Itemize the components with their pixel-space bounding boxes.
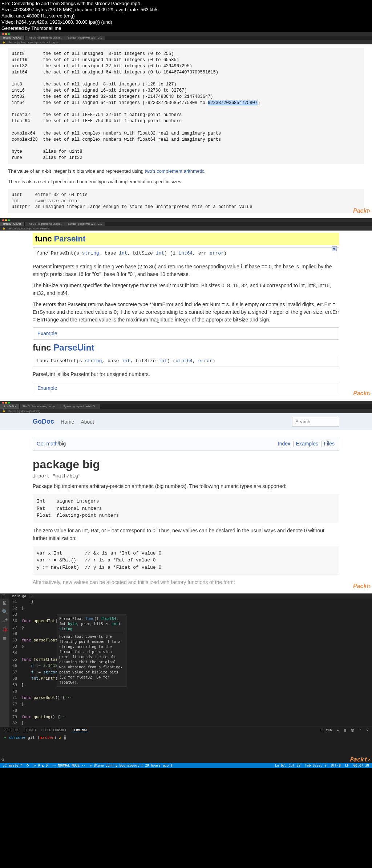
tab-close-icon[interactable]: × <box>31 594 32 598</box>
gear-icon[interactable]: ⚙ <box>1 757 4 762</box>
editor-tabs: ☰ main.go × <box>0 593 372 599</box>
problems-tab[interactable]: PROBLEMS <box>4 728 19 732</box>
url: Secure | godoc.org/math/big <box>8 410 40 412</box>
output-tab[interactable]: OUTPUT <box>24 728 36 732</box>
tab-2[interactable]: The Go Programming Langu... <box>25 36 65 40</box>
highlighted-value: 9223372036854775807 <box>208 100 258 105</box>
debug-icon[interactable]: 🐞 <box>2 626 8 632</box>
tab-2[interactable]: The Go Programming Langu... <box>25 222 65 226</box>
term-add-icon[interactable]: + <box>337 728 339 732</box>
big-zero-code: var x Int // &x is an *Int of value 0 va… <box>33 546 339 575</box>
files-icon[interactable]: 🗎 <box>2 600 8 606</box>
screenshot-1: strconv - GoDoc The Go Programming Langu… <box>0 32 372 218</box>
git-branch[interactable]: ⎇ master* <box>3 764 22 767</box>
address-bar[interactable]: 🔒Secure | golang.org/ref/spec#Numeric_ty… <box>0 40 372 44</box>
max-dot[interactable] <box>8 219 10 221</box>
twos-complement-link[interactable]: two's complement arithmetic <box>145 168 205 174</box>
parseuint-heading: func ParseUint <box>33 343 339 353</box>
min-dot[interactable] <box>5 33 7 35</box>
sync-icon[interactable]: ⟳ <box>27 764 29 767</box>
min-dot[interactable] <box>5 219 7 221</box>
vim-mode: -- NORMAL MODE -- <box>52 764 85 767</box>
parseint-signature: ⊕ func ParseInt(s string, base int, bitS… <box>33 247 339 259</box>
timestamp: 00:03:55 <box>353 397 371 401</box>
term-trash-icon[interactable]: 🗑 <box>351 728 354 732</box>
max-dot[interactable] <box>8 33 10 35</box>
nav-home[interactable]: Home <box>61 419 74 425</box>
hover-tooltip: FormatFloat func(f float64, fmt byte, pr… <box>57 615 126 687</box>
term-close-icon[interactable]: × <box>367 728 368 732</box>
debug-tab[interactable]: DEBUG CONSOLE <box>41 728 67 732</box>
tab-3[interactable]: Syntax - googlewiki Wiki - G... <box>65 222 105 226</box>
big-factory-desc: Alternatively, new values can be allocat… <box>33 579 339 586</box>
url: Secure | golang.org/ref/spec#Numeric_typ… <box>8 41 58 44</box>
problems-count[interactable]: ⊘ 0 ▲ 0 <box>34 764 48 767</box>
cursor-pos[interactable]: Ln 67, Col 32 <box>275 764 300 767</box>
browser-tabs: big - GoDoc The Go Programming Langu... … <box>0 404 372 409</box>
git-icon[interactable]: ⎇ <box>2 617 8 623</box>
parseuint-p1: ParseUint is like ParseInt but for unsig… <box>33 371 339 378</box>
window-controls <box>0 218 372 222</box>
big-zero-desc: The zero value for an Int, Rat, or Float… <box>33 527 339 542</box>
close-dot[interactable] <box>2 219 4 221</box>
examples-link[interactable]: Examples <box>296 441 318 447</box>
tab-2[interactable]: The Go Programming Langu... <box>20 404 60 409</box>
nav-about[interactable]: About <box>81 419 94 425</box>
address-bar[interactable]: 🔒Secure | godoc.org/math/big <box>0 409 372 413</box>
predeclared-types-code: uint either 32 or 64 bits int same size … <box>8 189 364 213</box>
search-input[interactable] <box>292 417 339 427</box>
files-link[interactable]: Files <box>324 441 335 447</box>
parseint-p1: ParseInt interprets a string s in the gi… <box>33 263 339 278</box>
parseint-p2: The bitSize argument specifies the integ… <box>33 282 339 297</box>
expand-icon[interactable]: ⊕ <box>332 246 337 251</box>
prose-predeclared: There is also a set of predeclared numer… <box>8 178 364 185</box>
encoding[interactable]: UTF-8 <box>331 764 341 767</box>
tab-1[interactable]: strconv - GoDoc <box>0 222 24 226</box>
timestamp: 00:01:53 <box>353 214 371 218</box>
tab-1[interactable]: big - GoDoc <box>0 404 19 409</box>
packt-watermark: Packt›00:05:44 <box>353 583 371 593</box>
meta-generator: Generated by Thumbnail me <box>1 25 371 32</box>
tab-3[interactable]: Syntax - googlewiki Wiki - G... <box>60 404 100 409</box>
file-metadata-header: File: Converting to and from Strings wit… <box>0 0 372 32</box>
search-icon[interactable]: 🔍 <box>2 609 8 615</box>
term-split-icon[interactable]: ▥ <box>344 728 346 732</box>
file-tab[interactable]: main.go <box>9 593 29 599</box>
example-link[interactable]: Example <box>33 327 339 340</box>
meta-size: Size: 40034897 bytes (38.18 MiB), durati… <box>1 7 371 13</box>
screenshot-2: strconv - GoDoc The Go Programming Langu… <box>0 218 372 401</box>
breadcrumb: Go: math/big <box>37 441 66 447</box>
screenshot-4-vscode: ☰ main.go × 🗎 🔍 ⎇ 🐞 ▦ 515253565758596364… <box>0 593 372 768</box>
package-title: package big <box>33 458 339 471</box>
tab-1[interactable]: strconv - GoDoc <box>0 36 24 40</box>
big-types-code: Int signed integers Rat rational numbers… <box>33 494 339 523</box>
window-controls <box>0 32 372 36</box>
min-dot[interactable] <box>5 402 7 404</box>
status-bar: ⎇ master* ⟳ ⊘ 0 ▲ 0 -- NORMAL MODE -- ⊙ … <box>0 763 372 768</box>
tab-3[interactable]: Syntax - googlewiki Wiki - G... <box>65 36 105 40</box>
max-dot[interactable] <box>8 402 10 404</box>
index-link[interactable]: Index <box>278 441 290 447</box>
shell-select[interactable]: 1: zsh <box>320 728 332 732</box>
eol[interactable]: LF <box>345 764 349 767</box>
url: Secure | godoc.org/strconv#ParseInt <box>8 227 50 230</box>
address-bar[interactable]: 🔒Secure | godoc.org/strconv#ParseInt <box>0 226 372 231</box>
terminal[interactable]: → strconv git:(master) ✗ ▯ <box>0 734 372 763</box>
git-blame[interactable]: ⊙ Blame Johnny Boursiquot ( 29 hours ago… <box>90 764 173 767</box>
tooltip-desc: FormatFloat converts the floating-point … <box>59 633 124 685</box>
meta-audio: Audio: aac, 48000 Hz, stereo (eng) <box>1 13 371 19</box>
close-dot[interactable] <box>2 402 4 404</box>
close-dot[interactable] <box>2 33 4 35</box>
terminal-tab[interactable]: TERMINAL <box>72 728 88 732</box>
browser-tabs: strconv - GoDoc The Go Programming Langu… <box>0 222 372 226</box>
crumb-math-link[interactable]: math/ <box>46 441 59 447</box>
packt-watermark: Packt›00:01:53 <box>353 208 371 218</box>
example-link[interactable]: Example <box>33 382 339 394</box>
explorer-icon[interactable]: ☰ <box>2 594 5 598</box>
activity-bar: 🗎 🔍 ⎇ 🐞 ▦ <box>0 599 9 727</box>
timestamp: 00:07:38 <box>353 764 369 767</box>
brand[interactable]: GoDoc <box>33 418 54 425</box>
ext-icon[interactable]: ▦ <box>2 635 8 641</box>
tab-size[interactable]: Tab Size: 2 <box>305 764 327 767</box>
term-max-icon[interactable]: ⌃ <box>359 728 361 732</box>
